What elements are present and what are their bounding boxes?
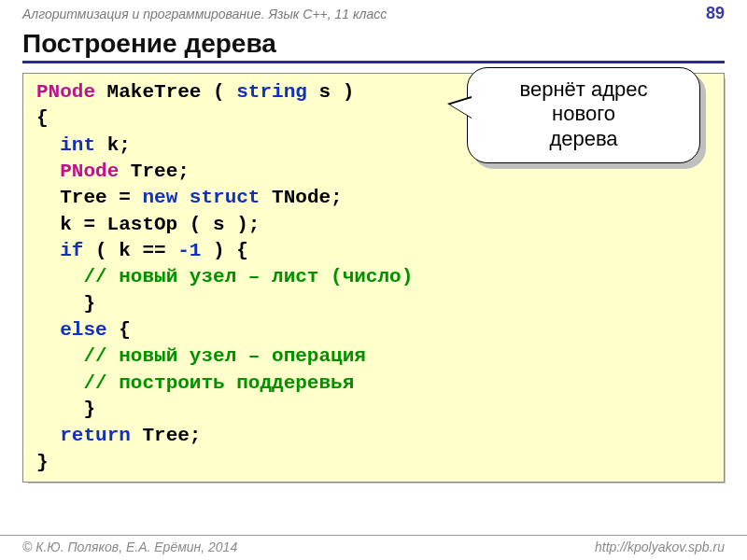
code-token: struct [190, 187, 261, 208]
code-token: int [60, 134, 95, 156]
code-token [36, 240, 60, 261]
code-token [36, 134, 60, 156]
code-token [36, 161, 60, 182]
code-token: { [107, 319, 131, 341]
code-token: else [60, 319, 106, 341]
code-token: Tree; [131, 425, 202, 446]
slide-title: Построение дерева [22, 29, 725, 63]
code-token: return [60, 425, 131, 446]
code-token: string [236, 81, 307, 103]
code-token [36, 319, 60, 341]
slide-footer: © К.Ю. Поляков, Е.А. Ерёмин, 2014 http:/… [0, 535, 747, 560]
callout-tail-icon [447, 96, 472, 119]
code-token: k; [95, 134, 131, 156]
code-token: PNode [60, 161, 119, 182]
code-token: MakeTree ( [95, 81, 236, 103]
code-comment: // новый узел – лист (число) [83, 266, 413, 287]
code-token [36, 266, 83, 287]
callout-line: вернёт адрес [485, 77, 683, 102]
code-token: } [36, 452, 49, 473]
code-token [36, 372, 83, 394]
code-token: s ) [307, 81, 354, 103]
code-token: TNode; [260, 187, 342, 208]
code-token: if [60, 240, 83, 261]
code-token: new [142, 187, 177, 208]
code-token: { [36, 107, 49, 129]
code-token [36, 425, 60, 446]
code-token: ) { [201, 240, 247, 261]
callout-line: нового [485, 102, 683, 126]
code-token: ( k == [83, 240, 177, 261]
code-token: k = LastOp ( s ); [36, 214, 260, 235]
code-token [36, 345, 83, 367]
callout-line: дерева [485, 127, 683, 151]
slide-header: Алгоритмизация и программирование. Язык … [0, 0, 747, 25]
code-token: Tree = [36, 187, 142, 208]
footer-url: http://kpolyakov.spb.ru [595, 539, 725, 554]
code-token: -1 [177, 240, 201, 261]
page-number: 89 [706, 4, 725, 23]
footer-copyright: © К.Ю. Поляков, Е.А. Ерёмин, 2014 [22, 539, 237, 554]
code-token: } [36, 293, 95, 315]
course-title: Алгоритмизация и программирование. Язык … [22, 7, 387, 21]
callout: вернёт адрес нового дерева [467, 67, 700, 163]
code-token: Tree; [119, 161, 190, 182]
code-token: PNode [36, 81, 95, 103]
code-token: } [36, 399, 95, 420]
code-token [177, 187, 190, 208]
code-comment: // новый узел – операция [83, 345, 365, 367]
callout-bubble: вернёт адрес нового дерева [467, 67, 700, 163]
code-comment: // построить поддеревья [83, 372, 354, 394]
